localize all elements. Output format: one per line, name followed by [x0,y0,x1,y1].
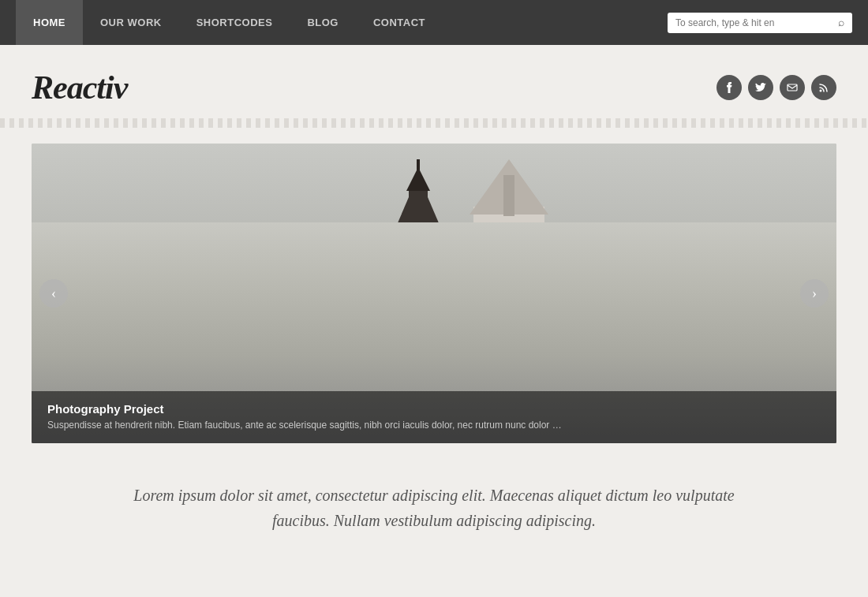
twitter-icon[interactable] [748,75,773,100]
nav-shortcodes[interactable]: SHORTCODES [179,0,290,45]
svg-rect-23 [663,293,718,404]
email-icon[interactable] [780,75,805,100]
svg-rect-20 [568,270,647,404]
slider-description: Suspendisse at hendrerit nibh. Etiam fau… [47,419,821,432]
svg-rect-15 [503,175,514,216]
svg-point-5 [99,297,170,392]
svg-rect-13 [473,207,544,404]
facebook-icon[interactable] [716,75,742,100]
svg-point-16 [493,282,525,313]
svg-rect-8 [387,222,450,404]
svg-rect-12 [417,159,420,171]
rss-icon[interactable] [811,75,836,100]
main-nav: HOME OUR WORK SHORTCODES BLOG CONTACT ⌕ [0,0,868,45]
svg-rect-7 [189,289,205,305]
svg-rect-25 [690,285,710,297]
svg-rect-0 [788,84,797,91]
svg-point-1 [820,90,822,92]
search-icon: ⌕ [838,17,844,29]
svg-rect-6 [174,301,221,404]
svg-rect-27 [726,301,789,404]
svg-rect-10 [409,187,428,230]
site-logo: Reactiv [32,69,127,106]
search-bar: ⌕ [668,13,852,33]
nav-items: HOME OUR WORK SHORTCODES BLOG CONTACT [16,0,668,45]
nav-blog[interactable]: BLOG [290,0,356,45]
svg-marker-26 [663,274,718,293]
intro-text: Lorem ipsum dolor sit amet, consectetur … [110,483,758,533]
nav-contact[interactable]: CONTACT [356,0,443,45]
svg-rect-28 [742,289,773,305]
search-input[interactable] [675,17,833,28]
svg-marker-29 [726,282,789,301]
site-header: Reactiv [0,45,868,118]
svg-line-19 [509,297,517,301]
intro-text-area: Lorem ipsum dolor sit amet, consectetur … [0,459,868,565]
svg-rect-22 [600,250,615,274]
svg-point-4 [51,293,138,404]
slider-caption: Photography Project Suspendisse at hendr… [32,391,836,443]
social-icons-group [716,75,836,100]
svg-point-17 [496,285,522,310]
hero-slider: ‹ › Photography Project Suspendisse at h… [32,144,836,443]
svg-point-21 [568,246,647,293]
svg-rect-24 [671,282,687,297]
slider-title: Photography Project [47,402,821,416]
nav-our-work[interactable]: OUR WORK [83,0,179,45]
section-divider [0,118,868,128]
nav-home[interactable]: HOME [16,0,83,45]
slider-next-button[interactable]: › [800,279,829,308]
slider-prev-button[interactable]: ‹ [39,279,68,308]
svg-point-30 [758,301,836,404]
